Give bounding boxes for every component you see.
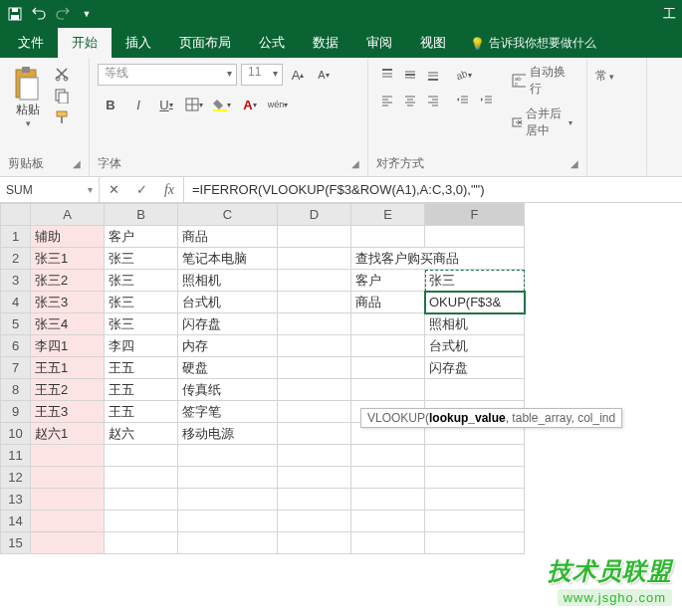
cell[interactable]	[351, 335, 425, 357]
align-center-icon[interactable]	[399, 90, 421, 111]
cell[interactable]	[278, 292, 351, 313]
cell[interactable]: 张三1	[31, 248, 105, 270]
formula-input[interactable]: =IFERROR(VLOOKUP(F$3&ROW(A1),A:C,3,0),""…	[184, 177, 682, 202]
increase-indent-icon[interactable]	[476, 90, 498, 111]
row-header[interactable]: 14	[1, 511, 31, 532]
font-color-button[interactable]: A ▾	[237, 94, 263, 115]
cell[interactable]	[425, 445, 525, 467]
row-header[interactable]: 15	[1, 532, 31, 554]
cell[interactable]	[351, 511, 425, 532]
cell[interactable]: 李四1	[31, 335, 105, 357]
row-header[interactable]: 6	[1, 335, 31, 357]
cell[interactable]	[351, 532, 425, 554]
wrap-text-button[interactable]: abc 自动换行	[506, 62, 578, 100]
decrease-font-icon[interactable]: A▾	[313, 64, 335, 86]
cell[interactable]: 闪存盘	[178, 313, 278, 335]
cell[interactable]	[278, 401, 351, 423]
merge-center-button[interactable]: 合并后居中 ▾	[506, 103, 578, 141]
row-header[interactable]: 5	[1, 313, 31, 335]
bold-button[interactable]: B	[98, 94, 123, 115]
cell[interactable]	[278, 335, 351, 357]
paste-button[interactable]: 粘贴 ▾	[8, 62, 48, 132]
row-header[interactable]: 10	[1, 423, 31, 445]
fill-color-button[interactable]: ▾	[209, 94, 235, 115]
font-name-select[interactable]: 等线	[98, 64, 237, 86]
cell[interactable]	[278, 445, 351, 467]
col-header-C[interactable]: C	[178, 204, 278, 226]
font-launcher-icon[interactable]: ◢	[351, 158, 359, 169]
align-right-icon[interactable]	[422, 90, 444, 111]
save-icon[interactable]	[6, 5, 24, 23]
align-left-icon[interactable]	[376, 90, 398, 111]
select-all-corner[interactable]	[1, 204, 31, 226]
cell[interactable]: 商品	[351, 292, 425, 313]
phonetic-button[interactable]: wén ▾	[265, 94, 291, 115]
row-header[interactable]: 8	[1, 379, 31, 401]
align-bottom-icon[interactable]	[422, 64, 444, 86]
cell[interactable]	[278, 489, 351, 511]
name-box[interactable]: SUM	[0, 177, 100, 202]
cell[interactable]: 张三	[105, 270, 178, 292]
row-header[interactable]: 3	[1, 270, 31, 292]
tell-me-search[interactable]: 💡 告诉我你想要做什么	[460, 29, 606, 58]
cell[interactable]: 赵六	[105, 423, 178, 445]
cell[interactable]: 客户	[105, 226, 178, 248]
tab-layout[interactable]: 页面布局	[165, 28, 245, 58]
cell[interactable]: 王五3	[31, 401, 105, 423]
row-header[interactable]: 12	[1, 467, 31, 489]
cell[interactable]	[425, 379, 525, 401]
cell[interactable]	[278, 357, 351, 379]
cell[interactable]: 照相机	[178, 270, 278, 292]
cell[interactable]: 王五1	[31, 357, 105, 379]
cell[interactable]: 内存	[178, 335, 278, 357]
alignment-launcher-icon[interactable]: ◢	[570, 158, 578, 169]
row-header[interactable]: 1	[1, 226, 31, 248]
cell[interactable]	[351, 489, 425, 511]
cell[interactable]	[31, 467, 105, 489]
cell[interactable]: 张三	[105, 313, 178, 335]
cell[interactable]	[31, 445, 105, 467]
align-top-icon[interactable]	[376, 64, 398, 86]
cell[interactable]: 台式机	[178, 292, 278, 313]
worksheet-grid[interactable]: A B C D E F 1 辅助 客户 商品 2 张三1 张三 笔记本电脑 查找…	[0, 203, 682, 554]
qat-dropdown-icon[interactable]: ▼	[78, 5, 96, 23]
cell[interactable]	[105, 445, 178, 467]
copy-icon[interactable]	[54, 88, 70, 103]
fx-icon[interactable]: fx	[155, 182, 183, 198]
cell[interactable]: 张三2	[31, 270, 105, 292]
tab-data[interactable]: 数据	[299, 28, 352, 58]
cell[interactable]	[105, 532, 178, 554]
cell[interactable]	[425, 467, 525, 489]
cancel-formula-icon[interactable]: ✕	[100, 182, 127, 197]
tab-insert[interactable]: 插入	[112, 28, 165, 58]
undo-icon[interactable]	[30, 5, 48, 23]
font-size-select[interactable]: 11	[241, 64, 283, 86]
cell[interactable]: 台式机	[425, 335, 525, 357]
row-header[interactable]: 2	[1, 248, 31, 270]
cell[interactable]	[278, 379, 351, 401]
tab-formulas[interactable]: 公式	[245, 28, 299, 58]
cut-icon[interactable]	[54, 66, 70, 82]
cell[interactable]	[425, 511, 525, 532]
col-header-A[interactable]: A	[31, 204, 105, 226]
redo-icon[interactable]	[54, 5, 72, 23]
cell[interactable]	[351, 226, 425, 248]
tab-home[interactable]: 开始	[58, 28, 112, 58]
decrease-indent-icon[interactable]	[452, 90, 474, 111]
tab-view[interactable]: 视图	[406, 28, 460, 58]
tab-review[interactable]: 审阅	[352, 28, 406, 58]
col-header-F[interactable]: F	[425, 204, 525, 226]
cell[interactable]	[105, 511, 178, 532]
format-painter-icon[interactable]	[54, 109, 70, 125]
cell[interactable]: 张三4	[31, 313, 105, 335]
row-header[interactable]: 11	[1, 445, 31, 467]
row-header[interactable]: 4	[1, 292, 31, 313]
align-middle-icon[interactable]	[399, 64, 421, 86]
cell[interactable]	[425, 226, 525, 248]
cell[interactable]: 客户	[351, 270, 425, 292]
cell[interactable]	[425, 532, 525, 554]
cell[interactable]	[178, 511, 278, 532]
tab-file[interactable]: 文件	[4, 28, 58, 58]
cell[interactable]: 商品	[178, 226, 278, 248]
cell[interactable]	[105, 489, 178, 511]
